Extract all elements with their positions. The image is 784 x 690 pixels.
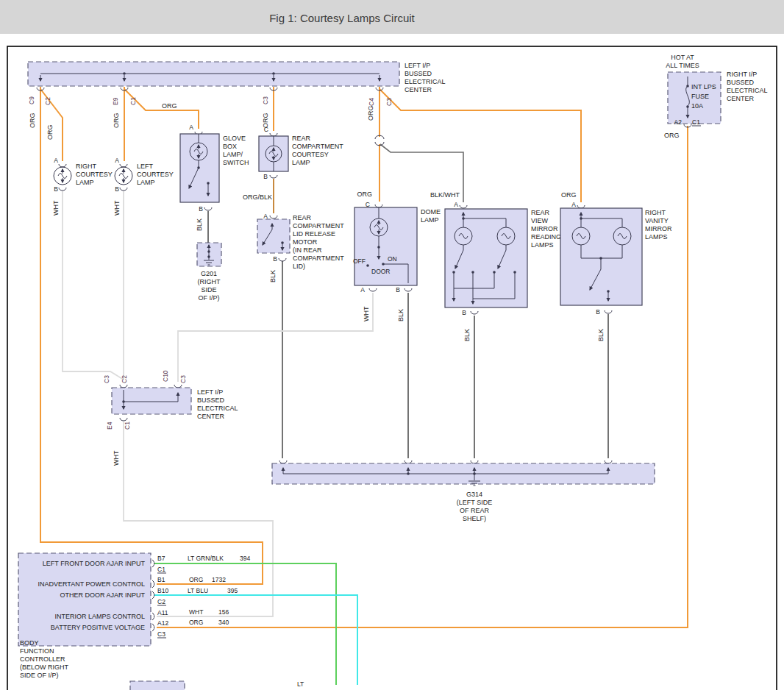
wire-tag-blk: BLK (597, 329, 605, 341)
connector-c3: C3 (262, 96, 269, 104)
wire-circuit: 395 (227, 587, 238, 594)
g201-label: G201 (201, 270, 217, 277)
bfc-label: CONTROLLER (20, 655, 65, 663)
bfc-input: INADVERTANT POWER CONTROL (38, 580, 145, 588)
right-bec-label: RIGHT I/P (727, 71, 757, 78)
pin-b: B (263, 173, 268, 180)
component-label: COURTESY (76, 171, 113, 178)
connector-c1: C1 (692, 118, 700, 126)
top-bec-label: ELECTRICAL (405, 78, 446, 85)
component-label: MIRROR (645, 225, 672, 232)
wire-circuit: 340 (218, 619, 229, 626)
component-label: LID RELEASE (293, 230, 335, 238)
wire-tag-org: ORG (357, 191, 372, 198)
component-label: RIGHT (645, 209, 666, 216)
dome-off-label: OFF (353, 257, 366, 265)
g201-label: (RIGHT (198, 278, 221, 285)
connector-c2: C2 (44, 97, 51, 105)
component-label: LAMP (137, 179, 155, 186)
wire-tag-org: ORG (29, 113, 36, 128)
pin-b: B (54, 185, 58, 193)
component-label: LAMPS (645, 233, 668, 241)
pin-a2: A2 (674, 118, 683, 126)
component-label: VIEW (531, 217, 549, 224)
all-times-label: ALL TIMES (666, 62, 699, 69)
component-label: COMPARTMENT (293, 255, 344, 262)
right-bec-label: BUSSED (727, 79, 755, 86)
mid-bec-label: ELECTRICAL (197, 405, 238, 412)
bfc-input: OTHER DOOR AJAR INPUT (60, 591, 145, 599)
pin-b: B (199, 205, 203, 213)
wire-tag-blk: BLK (196, 218, 203, 231)
pin-a: A (115, 157, 119, 164)
g314-label: SHELF) (463, 515, 486, 522)
wire-color: ORG (189, 619, 203, 626)
component-label: COURTESY (137, 171, 174, 178)
wire-color: ORG (189, 576, 203, 583)
fuse-name: FUSE (691, 93, 709, 100)
component-label: REAR (292, 135, 311, 142)
bfc-label: FUNCTION (20, 647, 54, 655)
pin-b10: B10 (157, 587, 168, 594)
fuse-name: INT LPS (691, 83, 716, 90)
wire-tag-orgblk: ORG/BLK (243, 193, 272, 201)
pin-b7: B7 (157, 555, 165, 562)
fuse-name: 10A (691, 102, 703, 110)
bfc-label: SIDE OF I/P) (20, 672, 59, 679)
pin-b: B (462, 309, 466, 316)
connector-c3: C3 (103, 375, 110, 383)
pin-b: B (596, 308, 600, 316)
component-label: MOTOR (293, 238, 318, 246)
wire-circuit: 156 (218, 608, 229, 616)
pin-a: A (54, 157, 58, 164)
right-bec-label: CENTER (727, 95, 755, 102)
mid-bec-label: LEFT I/P (197, 388, 223, 396)
g314-label: (LEFT SIDE (457, 499, 492, 506)
wire-circuit: 1732 (212, 576, 226, 583)
connector-c3: C3 (157, 630, 165, 638)
vanity-lamps-box (560, 208, 642, 305)
connector-c1: C1 (124, 422, 131, 430)
header: Fig 1: Courtesy Lamps Circuit (0, 0, 784, 34)
component-label: BOX (223, 143, 237, 150)
pin-a11: A11 (157, 609, 168, 616)
g201-label: SIDE (201, 286, 216, 294)
pin-b: B (273, 255, 277, 263)
dome-door-label: DOOR (371, 268, 391, 275)
pin-a12: A12 (157, 619, 168, 627)
component-label: READING (531, 233, 561, 241)
connector-e4: E4 (106, 422, 113, 430)
component-label: MIRROR (531, 225, 558, 232)
wire-tag-blk: BLK (269, 270, 277, 282)
pin-a: A (571, 201, 576, 208)
top-bec-label: BUSSED (405, 70, 432, 77)
connector-c2: C2 (121, 375, 128, 383)
wire-tag-blkwht: BLK/WHT (430, 191, 460, 199)
wire-color: LT GRN/BLK (188, 555, 224, 562)
wire-tag-org: ORG (162, 102, 177, 110)
bfc-label: BODY (20, 639, 39, 647)
component-label: LAMPS (531, 241, 554, 249)
component-label: DOME (421, 208, 441, 216)
partial-wire-label: LT (297, 680, 304, 688)
component-label: (IN REAR (293, 246, 322, 254)
g201-label: OF I/P) (199, 294, 220, 302)
bfc-input: BATTERY POSITIVE VOLTAGE (51, 624, 145, 631)
wire-tag-wht: WHT (363, 306, 370, 321)
component-label: VANITY (645, 217, 669, 224)
g314-label: OF REAR (460, 507, 490, 514)
component-label: LEFT (137, 163, 154, 170)
wire-tag-wht: WHT (113, 200, 121, 216)
wire-tag-org: ORG (367, 105, 374, 121)
wire-color: LT BLU (188, 587, 208, 594)
connector-c4: C4 (368, 98, 375, 106)
connector-e9: E9 (112, 97, 119, 105)
connector-c2: C2 (157, 598, 165, 605)
page-title: Fig 1: Courtesy Lamps Circuit (269, 12, 415, 24)
component-label: REAR (531, 209, 550, 216)
connector-c9: C9 (28, 96, 35, 104)
component-label: LID) (293, 263, 305, 270)
top-bec-label: CENTER (405, 86, 432, 93)
component-label: REAR (293, 214, 312, 221)
connector-c1: C1 (157, 566, 165, 573)
